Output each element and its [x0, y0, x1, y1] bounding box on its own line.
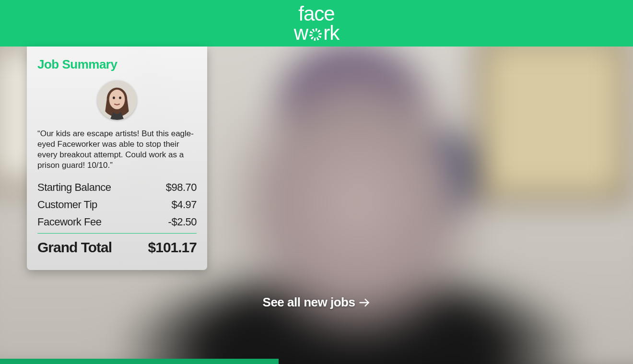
progress-fill	[0, 359, 279, 364]
row-label: Starting Balance	[37, 181, 111, 194]
see-all-jobs-label: See all new jobs	[263, 295, 355, 310]
row-value: $98.70	[166, 181, 197, 194]
summary-divider	[37, 233, 197, 234]
spinner-o-icon	[309, 28, 322, 41]
grand-total-label: Grand Total	[37, 239, 112, 256]
job-summary-card: Job Summary “Our kids are escape artists…	[27, 47, 207, 270]
brand-line2: w rk	[294, 23, 339, 43]
customer-avatar	[97, 81, 137, 120]
app-header: face w rk	[0, 0, 633, 47]
svg-point-3	[119, 96, 121, 99]
row-grand-total: Grand Total $101.17	[37, 239, 197, 256]
row-facework-fee: Facework Fee -$2.50	[37, 216, 197, 228]
brand-line1: face	[294, 4, 339, 23]
row-label: Customer Tip	[37, 199, 97, 211]
row-starting-balance: Starting Balance $98.70	[37, 181, 197, 194]
see-all-jobs-link[interactable]: See all new jobs	[263, 295, 371, 310]
row-customer-tip: Customer Tip $4.97	[37, 199, 197, 211]
card-title: Job Summary	[37, 57, 197, 72]
customer-avatar-wrap	[37, 81, 197, 120]
row-label: Facework Fee	[37, 216, 101, 228]
svg-point-1	[109, 90, 125, 109]
progress-bar[interactable]	[0, 359, 633, 364]
arrow-right-icon	[359, 298, 370, 307]
summary-rows: Starting Balance $98.70 Customer Tip $4.…	[37, 181, 197, 256]
customer-quote: “Our kids are escape artists! But this e…	[37, 129, 197, 171]
svg-point-2	[113, 96, 115, 99]
brand-logo: face w rk	[294, 4, 339, 43]
grand-total-value: $101.17	[148, 239, 197, 256]
bg-picture-frame-right	[477, 34, 630, 202]
row-value: $4.97	[171, 199, 197, 211]
row-value: -$2.50	[168, 216, 197, 228]
